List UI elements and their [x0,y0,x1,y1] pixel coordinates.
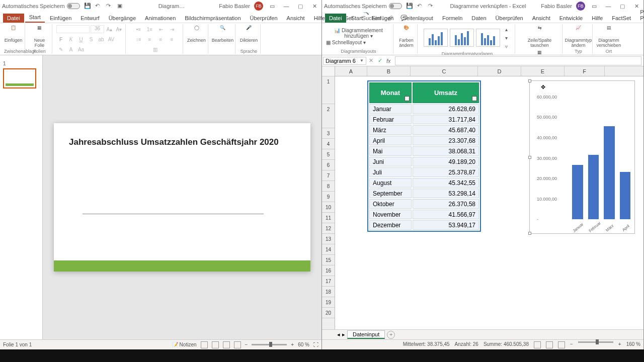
select-data-button[interactable]: ▦Daten auswählen [522,50,557,55]
filter-icon[interactable]: ▾ [472,96,477,101]
data-table[interactable]: Monat▾ Umsatz▾ Januar26.628,69Februar31.… [367,80,481,232]
zoom-slider[interactable] [252,344,287,345]
cancel-formula-icon[interactable]: ✕ [366,57,375,64]
chart-style-3[interactable] [476,29,500,47]
underline-button[interactable]: U [76,35,86,43]
chart-bar[interactable] [588,155,599,219]
tab-animations[interactable]: Animationen [141,14,180,23]
numbering-button[interactable]: 1≡ [145,25,154,33]
table-row[interactable]: Februar31.717,84 [369,115,479,124]
name-box[interactable]: Diagramm 6▼ [323,57,366,65]
zoom-out-button[interactable]: − [245,342,248,347]
quick-layout-button[interactable]: ▦ Schnelllayout ▾ [326,40,366,45]
edit-button[interactable]: 🔍Bearbeiten [212,25,233,43]
cell-value[interactable]: 45.687,40 [413,125,479,135]
zoom-out-button[interactable]: − [570,341,573,348]
cell-month[interactable]: Mai [369,146,412,156]
redo-icon[interactable]: ↷ [106,3,113,10]
tab-review[interactable]: Überprüfen [492,14,527,23]
slideshow-start-icon[interactable]: ▣ [117,3,124,10]
autosave-toggle[interactable] [389,3,402,9]
tab-factset[interactable]: FactSet [608,14,635,23]
chart-handle[interactable] [528,232,531,235]
maximize-button[interactable]: ▢ [617,3,627,10]
tab-data[interactable]: Daten [467,14,490,23]
table-row[interactable]: März45.687,40 [369,125,479,135]
chart-handle[interactable] [528,79,531,82]
align-right-button[interactable]: ≡ [168,35,177,43]
page-break-view-icon[interactable] [558,341,565,348]
cell-value[interactable]: 49.189,20 [413,157,479,166]
cell-month[interactable]: März [369,125,412,135]
styles-scroll-down[interactable]: ▾ [502,34,511,42]
cell-value[interactable]: 31.717,84 [413,115,479,124]
cell-value[interactable]: 23.307,68 [413,136,479,145]
autosave-toggle[interactable] [67,3,80,9]
cell-value[interactable]: 26.370,58 [413,199,479,209]
change-colors-button[interactable]: 🎨Farben ändern [397,25,415,48]
table-row[interactable]: September53.298,14 [369,189,479,198]
tab-powerpi[interactable]: Power Pi [636,8,644,23]
tab-transitions[interactable]: Übergänge [105,14,140,23]
undo-icon[interactable]: ↶ [95,3,102,10]
sheet-nav-prev[interactable]: ▸ [342,331,345,338]
save-icon[interactable]: 💾 [84,3,91,10]
chart-style-2[interactable] [450,29,474,47]
user-avatar[interactable]: FB [254,2,263,11]
tab-review[interactable]: Überprüfen [246,14,282,23]
minimize-button[interactable]: — [281,3,291,9]
zoom-in-button[interactable]: + [291,342,294,347]
indent-left-button[interactable]: ⇤ [156,25,166,33]
decrease-font-icon[interactable]: A▾ [115,25,123,33]
worksheet-grid[interactable]: 1 2 34 56 78 910 1112 1314 1516 1718 192… [322,66,643,329]
cell-value[interactable]: 41.566,97 [413,210,479,219]
save-icon[interactable]: 💾 [406,3,413,10]
tab-insert[interactable]: Einfügen [368,14,397,23]
tab-file[interactable]: Datei [325,14,346,23]
table-row[interactable]: August45.342,55 [369,178,479,188]
cell-month[interactable]: Dezember [369,220,412,230]
close-button[interactable]: ✕ [309,3,319,10]
tab-design[interactable]: Entwurf [76,14,103,23]
cell-month[interactable]: August [369,178,412,188]
italic-button[interactable]: K [66,35,75,43]
embedded-chart[interactable]: 60.000,0050.000,0040.000,0030.000,0020.0… [529,80,635,234]
table-row[interactable]: Juli25.378,87 [369,167,479,177]
tab-formulas[interactable]: Formeln [438,14,466,23]
minimize-button[interactable]: — [603,3,613,9]
cell-month[interactable]: Oktober [369,199,412,209]
styles-scroll-up[interactable]: ▴ [502,25,511,33]
change-chart-type-button[interactable]: 📈Diagrammtyp ändern [567,25,590,48]
draw-button[interactable]: ◯Zeichnen [187,25,206,43]
move-chart-button[interactable]: ▤Diagramm verschieben [597,25,621,48]
slideshow-view-icon[interactable] [234,341,241,348]
notes-toggle[interactable]: 📝 Notizen [172,342,197,347]
page-layout-view-icon[interactable] [546,341,553,348]
tab-start[interactable]: Start [347,14,367,23]
bullets-button[interactable]: •≡ [134,25,143,33]
table-row[interactable]: Mai38.068,31 [369,146,479,156]
tab-view[interactable]: Ansicht [283,14,309,23]
table-row[interactable]: November41.566,97 [369,210,479,219]
columns-button[interactable]: ▥ [151,45,160,53]
normal-view-icon[interactable] [201,341,208,348]
tab-help[interactable]: Hilfe [588,14,607,23]
styles-more[interactable]: ▿ [502,42,511,50]
add-sheet-button[interactable]: + [387,331,395,339]
chart-style-1[interactable] [424,29,448,47]
zoom-level[interactable]: 60 % [298,342,309,347]
formula-bar[interactable] [395,56,641,65]
ribbon-mode-icon[interactable]: ▭ [267,3,277,10]
tab-view[interactable]: Ansicht [528,14,554,23]
cell-value[interactable]: 53.298,14 [413,189,479,198]
cell-month[interactable]: Februar [369,115,412,124]
cell-month[interactable]: September [369,189,412,198]
table-row[interactable]: Oktober26.370,58 [369,199,479,209]
paste-button[interactable]: 📋Einfügen [4,25,23,43]
table-row[interactable]: Dezember53.949,17 [369,220,479,230]
table-row[interactable]: Juni49.189,20 [369,157,479,166]
slide-title[interactable]: Jahresabschluss Umsatzzahlen Geschäftsja… [69,137,295,147]
shadow-button[interactable]: ab [97,35,106,43]
cell-value[interactable]: 38.068,31 [413,146,479,156]
tab-developer[interactable]: Entwickle [555,14,587,23]
